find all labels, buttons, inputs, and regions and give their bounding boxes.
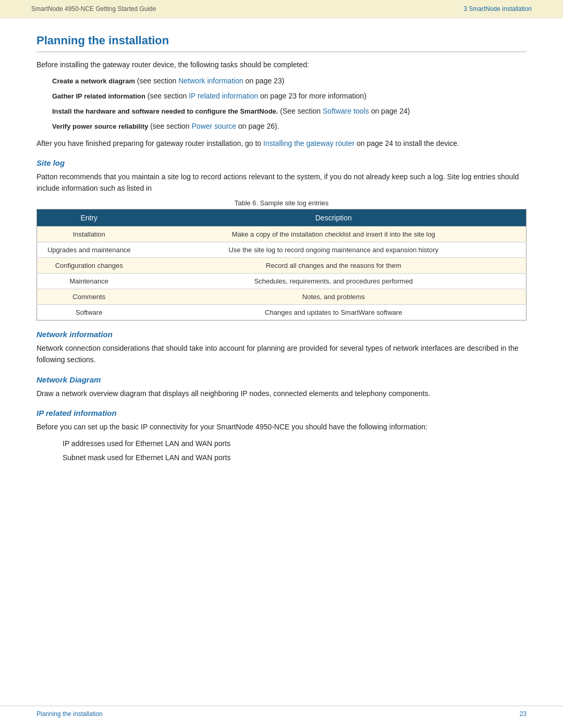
task3-normal: (See section: [280, 107, 323, 115]
table-caption: Table 6. Sample site log entries: [36, 199, 527, 207]
task-list: Create a network diagram (see section Ne…: [52, 76, 527, 132]
table-cell: Maintenance: [37, 274, 141, 289]
task3-link[interactable]: Software tools: [323, 107, 369, 115]
task1-bold: Create a network diagram: [52, 77, 135, 85]
header-right-text: 3 SmartNode installation: [463, 5, 532, 13]
network-info-body: Network connection considerations that s…: [36, 343, 527, 365]
site-log-body-text: Patton recommends that you maintain a si…: [36, 172, 519, 192]
table-cell: Software: [37, 305, 141, 320]
ip-related-heading: IP related information: [36, 409, 527, 417]
task2-end: on page 23 for more information): [260, 92, 366, 100]
task2-link[interactable]: IP related information: [189, 92, 258, 100]
col-description: Description: [141, 209, 527, 227]
ip-bullet-2: Subnet mask used for Ethernet LAN and WA…: [63, 452, 527, 463]
table-cell: Notes, and problems: [141, 289, 527, 305]
site-log-table: Entry Description InstallationMake a cop…: [36, 209, 527, 320]
table-cell: Use the site log to record ongoing maint…: [141, 242, 527, 258]
task-item-1: Create a network diagram (see section Ne…: [52, 76, 527, 87]
table-row: SoftwareChanges and updates to SmartWare…: [37, 305, 527, 320]
table-row: InstallationMake a copy of the installat…: [37, 227, 527, 242]
table-row: MaintenanceSchedules, requirements, and …: [37, 274, 527, 289]
section-title: Planning the installation: [36, 34, 527, 52]
page-header: SmartNode 4950-NCE Getting Started Guide…: [0, 0, 563, 18]
footer-right: 23: [520, 710, 527, 718]
table-cell: Configuration changes: [37, 258, 141, 274]
task3-end: on page 24): [371, 107, 410, 115]
table-cell: Changes and updates to SmartWare softwar…: [141, 305, 527, 320]
after-tasks-pre: After you have finished preparing for ga…: [36, 139, 263, 147]
table-cell: Installation: [37, 227, 141, 242]
table-row: Upgrades and maintenanceUse the site log…: [37, 242, 527, 258]
col-entry: Entry: [37, 209, 141, 227]
task-item-2: Gather IP related information (see secti…: [52, 91, 527, 102]
after-tasks-post: on page 24 to install the device.: [357, 139, 459, 147]
page-footer: Planning the installation 23: [0, 706, 563, 718]
task4-link[interactable]: Power source: [192, 122, 237, 130]
site-log-body: Patton recommends that you maintain a si…: [36, 171, 527, 194]
table-cell: Comments: [37, 289, 141, 305]
table-cell: Upgrades and maintenance: [37, 242, 141, 258]
table-cell: Schedules, requirements, and procedures …: [141, 274, 527, 289]
task4-normal: (see section: [150, 122, 191, 130]
site-log-heading: Site log: [36, 158, 527, 167]
header-left-text: SmartNode 4950-NCE Getting Started Guide: [31, 5, 156, 13]
task3-bold: Install the hardware and software needed…: [52, 107, 278, 115]
task1-end: on page 23): [246, 77, 285, 85]
main-content: Planning the installation Before install…: [0, 18, 563, 498]
network-diagram-heading: Network Diagram: [36, 375, 527, 384]
after-tasks-text: After you have finished preparing for ga…: [36, 138, 527, 149]
table-row: CommentsNotes, and problems: [37, 289, 527, 305]
task2-bold: Gather IP related information: [52, 92, 145, 100]
task-item-4: Verify power source reliability (see sec…: [52, 121, 527, 132]
footer-left: Planning the installation: [36, 710, 103, 718]
task1-link[interactable]: Network information: [178, 77, 243, 85]
task2-normal: (see section: [148, 92, 189, 100]
ip-bullet-1: IP addresses used for Ethernet LAN and W…: [63, 438, 527, 449]
task4-bold: Verify power source reliability: [52, 122, 148, 130]
network-info-heading: Network information: [36, 330, 527, 339]
network-diagram-body: Draw a network overview diagram that dis…: [36, 388, 527, 400]
intro-text: Before installing the gateway router dev…: [36, 59, 527, 70]
table-header-row: Entry Description: [37, 209, 527, 227]
table-cell: Make a copy of the installation checklis…: [141, 227, 527, 242]
task4-end: on page 26).: [238, 122, 279, 130]
task1-normal: (see section: [137, 77, 178, 85]
task-item-3: Install the hardware and software needed…: [52, 106, 527, 117]
table-cell: Record all changes and the reasons for t…: [141, 258, 527, 274]
table-row: Configuration changesRecord all changes …: [37, 258, 527, 274]
ip-related-body: Before you can set up the basic IP conne…: [36, 422, 527, 433]
after-tasks-link[interactable]: Installing the gateway router: [263, 139, 354, 147]
